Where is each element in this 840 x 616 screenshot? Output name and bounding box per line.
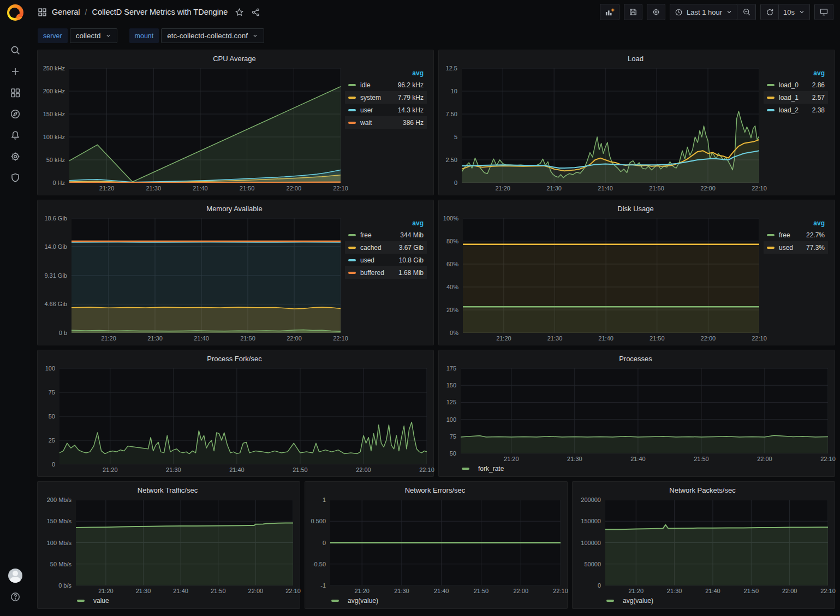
cycle-view-mode-button[interactable]	[814, 4, 833, 20]
chart-canvas[interactable]	[59, 368, 427, 464]
legend-label[interactable]: used	[779, 244, 793, 252]
legend-label[interactable]: wait	[360, 119, 372, 127]
y-axis-label: 150	[446, 382, 456, 388]
grafana-logo[interactable]	[7, 4, 23, 21]
add-panel-button[interactable]	[600, 4, 619, 20]
server-admin-shield-icon[interactable]	[4, 167, 26, 188]
clock-icon	[675, 8, 683, 16]
x-axis-label: 22:00	[356, 467, 371, 473]
y-axis: 0 b/s50 Mb/s100 Mb/s150 Mb/s200 Mb/s	[42, 500, 76, 606]
legend-label[interactable]: system	[360, 94, 381, 101]
plot-column: 21:2021:3021:4021:5022:0022:10	[59, 368, 427, 474]
variable-mount-value[interactable]: etc-collectd-collectd.conf	[161, 28, 264, 43]
panel-title[interactable]: Process Fork/sec	[42, 353, 427, 364]
legend-label[interactable]: load_0	[779, 81, 799, 89]
panel-title[interactable]: Disk Usage	[443, 203, 828, 214]
legend-item[interactable]: user14.3 kHz	[345, 104, 427, 116]
panel-title[interactable]: Network Traffic/sec	[42, 485, 293, 496]
refresh-interval-picker[interactable]: 10s	[779, 4, 810, 20]
chart-canvas[interactable]	[461, 368, 828, 453]
legend: avgfree22.7%used77.3%	[764, 218, 828, 343]
toolbar: Last 1 hour 10s	[600, 4, 833, 20]
chart-canvas[interactable]	[462, 68, 759, 183]
explore-compass-icon[interactable]	[4, 103, 26, 124]
legend-item[interactable]: used10.8 Gib	[345, 254, 427, 266]
time-range-picker[interactable]: Last 1 hour	[670, 4, 737, 20]
legend-item[interactable]: used77.3%	[764, 241, 828, 254]
panel-title[interactable]: Network Errors/sec	[309, 485, 561, 496]
legend-label[interactable]: cached	[360, 244, 382, 252]
share-icon[interactable]	[251, 8, 260, 17]
legend-item[interactable]: load_02.86	[764, 79, 828, 91]
y-axis-label: 0	[323, 540, 326, 546]
legend-label[interactable]: fork_rate	[478, 465, 504, 473]
legend-label[interactable]: load_2	[779, 106, 799, 114]
panel-title[interactable]: Network Packets/sec	[577, 485, 828, 496]
variable-mount-label[interactable]: mount	[129, 28, 159, 43]
legend-item[interactable]: load_12.57	[764, 91, 828, 104]
plot-area	[605, 500, 828, 585]
variable-server-label[interactable]: server	[38, 28, 68, 43]
dashboard-title[interactable]: CollectD Server Metrics with TDengine	[92, 8, 228, 16]
legend-item[interactable]: free344 Mib	[345, 229, 427, 241]
legend-avg-value: 3.67 Gib	[394, 244, 424, 252]
chart-canvas[interactable]	[69, 68, 341, 183]
panel-title[interactable]: Processes	[443, 353, 828, 364]
configuration-gear-icon[interactable]	[4, 146, 26, 167]
legend-item[interactable]: idle96.2 kHz	[345, 79, 427, 91]
alerting-bell-icon[interactable]	[4, 124, 26, 146]
chart-canvas[interactable]	[463, 218, 759, 333]
x-axis-label: 21:30	[546, 185, 562, 192]
chart-canvas[interactable]	[605, 500, 828, 585]
x-axis: 21:2021:3021:4021:5022:0022:10	[461, 453, 828, 463]
help-icon[interactable]	[4, 586, 26, 607]
legend-label[interactable]: avg(value)	[348, 597, 378, 605]
legend-label[interactable]: free	[360, 231, 372, 239]
x-axis: 21:2021:3021:4021:5022:0022:10	[69, 183, 341, 193]
zoom-out-time-button[interactable]	[737, 4, 756, 20]
panel-network-packets: Network Packets/sec 05000010000015000020…	[572, 481, 835, 609]
x-axis-label: 21:30	[394, 588, 409, 594]
variable-server-value[interactable]: collectd	[70, 28, 117, 43]
search-icon[interactable]	[4, 39, 26, 61]
panel-title[interactable]: Load	[443, 53, 828, 64]
legend-label[interactable]: avg(value)	[623, 597, 653, 605]
legend-item[interactable]: cached3.67 Gib	[345, 241, 427, 254]
y-axis-label: 0	[598, 582, 601, 589]
dashboard-grid-icon	[38, 8, 47, 17]
breadcrumb-folder[interactable]: General	[52, 8, 80, 16]
x-axis-label: 22:00	[248, 588, 264, 594]
user-avatar[interactable]	[4, 565, 26, 586]
star-icon[interactable]	[235, 8, 244, 17]
dashboards-icon[interactable]	[4, 82, 26, 103]
chart-canvas[interactable]	[76, 500, 293, 585]
legend-label[interactable]: used	[360, 256, 374, 264]
add-icon[interactable]	[4, 61, 26, 82]
legend-label[interactable]: load_1	[779, 94, 799, 101]
top-navigation: General / CollectD Server Metrics with T…	[30, 0, 840, 24]
plot-area	[330, 500, 561, 585]
chart-canvas[interactable]	[330, 500, 561, 585]
legend-item[interactable]: buffered1.68 Mib	[345, 266, 427, 279]
panel-title[interactable]: Memory Available	[42, 203, 427, 214]
legend-item[interactable]: wait386 Hz	[345, 116, 427, 129]
save-dashboard-button[interactable]	[624, 4, 642, 20]
legend-label[interactable]: free	[779, 231, 790, 239]
dashboard-settings-button[interactable]	[647, 4, 665, 20]
sidebar	[0, 0, 30, 616]
refresh-button[interactable]	[760, 4, 779, 20]
legend-avg-value: 77.3%	[801, 244, 825, 252]
legend-label[interactable]: user	[360, 106, 373, 114]
panel-load: Load 02.5057.501012.521:2021:3021:4021:5…	[438, 50, 835, 195]
chart-canvas[interactable]	[72, 218, 341, 333]
legend-label[interactable]: idle	[360, 81, 371, 89]
x-axis-label: 22:00	[701, 335, 716, 342]
legend-item[interactable]: free22.7%	[764, 229, 828, 241]
panel-title[interactable]: CPU Average	[42, 53, 427, 64]
legend-label[interactable]: value	[93, 597, 109, 605]
legend-item[interactable]: system7.79 kHz	[345, 91, 427, 104]
legend-label[interactable]: buffered	[360, 269, 384, 277]
x-axis-label: 21:30	[547, 335, 563, 342]
variable-mount: mount etc-collectd-collectd.conf	[129, 28, 265, 43]
legend-item[interactable]: load_22.38	[764, 104, 828, 116]
